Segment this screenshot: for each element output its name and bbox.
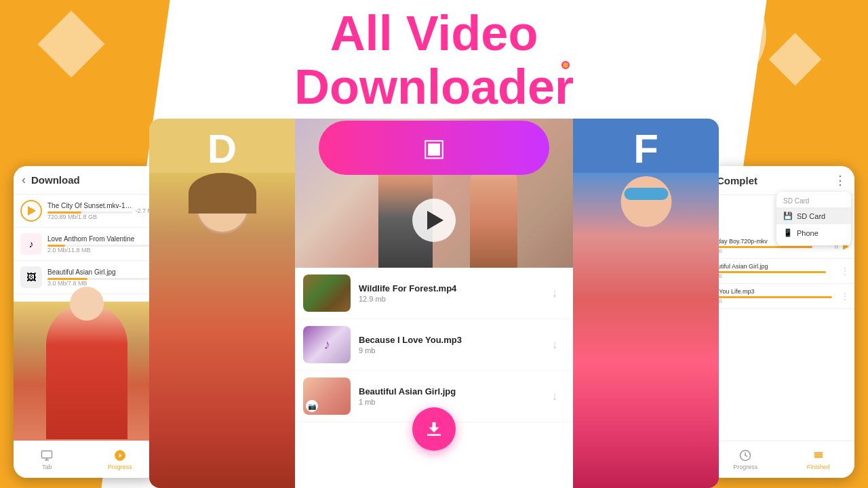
nav-tab-item[interactable]: Tab bbox=[41, 449, 53, 470]
dl-name-2: Because I Love You.mp3 bbox=[359, 335, 545, 345]
bar-icon: ▣ bbox=[422, 134, 446, 162]
tab-label: Tab bbox=[42, 464, 52, 470]
image-icon: 🖼 bbox=[20, 266, 42, 288]
play-icon bbox=[427, 211, 443, 230]
left-phone-title: Download bbox=[31, 174, 80, 186]
dl-arrow-3[interactable]: ↓ bbox=[545, 386, 565, 407]
face bbox=[70, 287, 104, 321]
item-name-2: Love Anthom From Valentine bbox=[47, 235, 153, 243]
music-note-center: ♪ bbox=[323, 337, 330, 352]
sd-card-dropdown: SD Card 💾 SD Card 📱 Phone bbox=[776, 192, 851, 245]
music-note-icon: ♪ bbox=[29, 239, 34, 249]
person-silhouette bbox=[46, 304, 127, 439]
dl-size-1: 12.9 mb bbox=[359, 295, 545, 303]
girl-red-center bbox=[149, 173, 295, 488]
center-right-panel: F bbox=[573, 119, 719, 488]
right-phone-title: Complet bbox=[717, 175, 757, 186]
dl-name-1: Wildlife For Forest.mp4 bbox=[359, 283, 545, 293]
sunglasses bbox=[624, 188, 668, 200]
tab-icon bbox=[41, 449, 53, 462]
right-phone-header: Complet ⋮ bbox=[709, 166, 854, 195]
item-size-1: 720.89 Mb/1.8 GB bbox=[47, 214, 132, 220]
dl-size-2: 9 mb bbox=[359, 346, 545, 354]
float-download-button[interactable] bbox=[412, 407, 456, 451]
item-size-2: 2.0 Mb/11.8 MB bbox=[47, 247, 153, 253]
letter-d: D bbox=[208, 125, 237, 172]
phone-label: Phone bbox=[797, 229, 818, 237]
phone-option[interactable]: 📱 Phone bbox=[776, 224, 851, 241]
video-play-overlay bbox=[295, 173, 573, 268]
more-button[interactable]: ⋮ bbox=[834, 173, 846, 188]
face2 bbox=[620, 176, 671, 227]
sd-card-option[interactable]: 💾 SD Card bbox=[776, 207, 851, 224]
center-left-panel: D bbox=[149, 119, 295, 488]
ci-size-1: MB bbox=[714, 248, 829, 254]
left-phone-bottom-nav: Tab Progress bbox=[14, 441, 159, 478]
app-header: All Video Downloader bbox=[294, 7, 574, 114]
right-phone-bottom-nav: Progress Finished bbox=[709, 441, 854, 478]
download-list: Wildlife For Forest.mp4 12.9 mb ↓ ♪ Beca… bbox=[295, 268, 573, 488]
more-icon-2[interactable]: ⋮ bbox=[841, 266, 849, 276]
item-name-1: The City Of Sunset.mkv-1080p bbox=[47, 202, 132, 209]
finished-nav-label: Finished bbox=[807, 464, 830, 470]
play-triangle-icon bbox=[28, 206, 36, 216]
dl-thumb-3: 📷 bbox=[303, 378, 351, 415]
back-button[interactable]: ‹ bbox=[22, 173, 26, 187]
ci-size-3: MB bbox=[714, 298, 838, 304]
sd-icon: 💾 bbox=[783, 211, 793, 220]
app-title-line1: All Video bbox=[294, 7, 574, 60]
finished-nav-icon bbox=[812, 449, 825, 462]
dl-thumb-1 bbox=[303, 274, 351, 312]
right-phone: Complet ⋮ SD Card 💾 SD Card 📱 Phone hday… bbox=[709, 166, 854, 478]
diamond-shape-1 bbox=[38, 11, 105, 78]
nav-finished-right[interactable]: Finished bbox=[807, 449, 830, 470]
download-icon bbox=[424, 419, 444, 439]
ci-size-2: MB bbox=[714, 273, 838, 279]
hair bbox=[189, 173, 256, 214]
progress-icon bbox=[114, 449, 126, 462]
dl-arrow-1[interactable]: ↓ bbox=[545, 283, 565, 304]
dl-info-3: Beautiful Asian Girl.jpg 1 mb bbox=[359, 386, 545, 406]
progress-nav-icon bbox=[739, 449, 751, 462]
dl-info-2: Because I Love You.mp3 9 mb bbox=[359, 335, 545, 354]
dl-size-3: 1 mb bbox=[359, 398, 545, 406]
ci-name-1: hday Boy.720p-mkv bbox=[714, 238, 782, 245]
left-phone: ‹ Download The City Of Sunset.mkv-1080p … bbox=[14, 166, 159, 478]
girl-sunglasses-center bbox=[573, 173, 719, 488]
big-play-button[interactable] bbox=[412, 199, 456, 242]
more-icon-3[interactable]: ⋮ bbox=[841, 291, 849, 301]
completed-item-3: e You Life.mp3 MB ⋮ bbox=[709, 284, 854, 309]
dl-item-1: Wildlife For Forest.mp4 12.9 mb ↓ bbox=[295, 268, 573, 319]
dl-name-3: Beautiful Asian Girl.jpg bbox=[359, 386, 545, 396]
dl-thumb-2: ♪ bbox=[303, 326, 351, 363]
audio-icon: ♪ bbox=[20, 233, 42, 255]
letter-f: F bbox=[633, 125, 658, 172]
nav-progress-right[interactable]: Progress bbox=[733, 449, 757, 470]
image-icon-symbol: 🖼 bbox=[26, 272, 36, 283]
dl-arrow-2[interactable]: ↓ bbox=[545, 335, 565, 355]
play-button-1[interactable] bbox=[20, 200, 42, 222]
item-name-3: Beautiful Asian Girl.jpg bbox=[47, 268, 153, 276]
completed-list: hday Boy.720p-mkv MB ⏸ ▶ autiful Asian G… bbox=[709, 234, 854, 441]
girl-red-image bbox=[14, 302, 159, 441]
dl-item-2: ♪ Because I Love You.mp3 9 mb ↓ bbox=[295, 319, 573, 371]
svg-rect-0 bbox=[42, 451, 52, 458]
nav-progress-item[interactable]: Progress bbox=[108, 449, 132, 470]
download-item-2: ♪ Love Anthom From Valentine 2.0 Mb/11.8… bbox=[14, 228, 159, 261]
gradient-bar: ▣ bbox=[319, 121, 549, 175]
phone-icon: 📱 bbox=[783, 228, 793, 237]
diamond-shape-3 bbox=[769, 33, 822, 86]
progress-nav-label: Progress bbox=[733, 464, 757, 470]
app-title-line2: Downloader bbox=[294, 60, 574, 114]
sd-label: SD Card bbox=[797, 212, 825, 220]
completed-item-2: autiful Asian Girl.jpg MB ⋮ bbox=[709, 259, 854, 284]
progress-label: Progress bbox=[108, 464, 132, 470]
left-phone-header: ‹ Download bbox=[14, 166, 159, 195]
camera-badge: 📷 bbox=[306, 400, 318, 412]
dl-info-1: Wildlife For Forest.mp4 12.9 mb bbox=[359, 283, 545, 303]
ci-name-3: e You Life.mp3 bbox=[714, 288, 782, 295]
ci-name-2: autiful Asian Girl.jpg bbox=[714, 263, 782, 270]
download-item-1: The City Of Sunset.mkv-1080p 720.89 Mb/1… bbox=[14, 195, 159, 228]
item-size-3: 3.0 Mb/7.8 MB bbox=[47, 280, 153, 287]
dropdown-header: SD Card bbox=[776, 196, 851, 207]
